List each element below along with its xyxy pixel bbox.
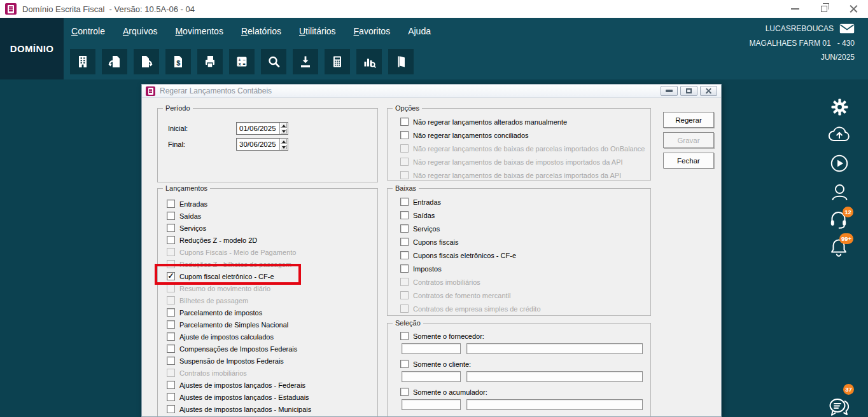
checkbox-row[interactable]: Ajustes de impostos lançados - Federais — [167, 379, 377, 391]
dialog-minimize-button[interactable] — [661, 86, 678, 96]
spin-up-button[interactable] — [280, 139, 288, 144]
menu-item[interactable]: Ajuda — [408, 26, 431, 36]
checkbox[interactable] — [167, 405, 175, 413]
chat-icon[interactable]: 37 — [827, 394, 851, 417]
checkbox-row[interactable]: Bilhetes de passagem — [167, 294, 377, 306]
checkbox[interactable] — [167, 369, 175, 377]
dialog-action-button[interactable]: Fechar — [663, 153, 714, 168]
checkbox-row[interactable]: Entradas — [400, 195, 650, 208]
checkbox[interactable] — [400, 238, 409, 246]
checkbox-row[interactable]: Cupom fiscal eletrônico - CF-e — [167, 270, 377, 282]
dialog-action-button[interactable]: Regerar — [663, 112, 714, 128]
code-input[interactable] — [402, 399, 461, 410]
checkbox-row[interactable]: Cupons fiscais — [400, 235, 650, 249]
checkbox-row[interactable]: Parcelamento de Simples Nacional — [167, 318, 377, 331]
checkbox-row[interactable]: Somente o cliente: — [400, 360, 650, 368]
checkbox-row[interactable]: Suspensão de Impostos Federais — [167, 355, 377, 367]
calculator-icon[interactable] — [325, 49, 350, 74]
checkbox[interactable] — [400, 198, 409, 206]
checkbox-row[interactable]: Somente o acumulador: — [400, 388, 650, 396]
checkbox[interactable] — [167, 296, 175, 304]
checkbox[interactable] — [167, 272, 175, 280]
checkbox[interactable] — [400, 332, 409, 340]
checkbox[interactable] — [400, 224, 409, 233]
close-button[interactable] — [839, 0, 868, 18]
play-icon[interactable] — [830, 154, 848, 175]
checkbox[interactable] — [400, 278, 409, 286]
exit-icon[interactable] — [388, 49, 414, 74]
checkbox-row[interactable]: Ajuste de impostos calculados — [167, 331, 377, 343]
checkbox[interactable] — [167, 320, 175, 329]
checkbox[interactable] — [400, 158, 409, 166]
menu-item[interactable]: Utilitários — [299, 26, 336, 36]
headset-icon[interactable]: 12 — [829, 210, 848, 232]
spin-up-button[interactable] — [280, 123, 288, 128]
checkbox[interactable] — [167, 248, 175, 256]
checkbox[interactable] — [167, 381, 175, 389]
menu-item[interactable]: Controle — [71, 26, 105, 36]
checkbox-row[interactable]: Serviços — [400, 222, 650, 235]
assistant-icon[interactable] — [830, 182, 850, 205]
checkbox[interactable] — [167, 224, 175, 232]
checkbox[interactable] — [400, 144, 409, 153]
checkbox[interactable] — [167, 345, 175, 353]
checkbox[interactable] — [167, 357, 175, 365]
checkbox-row[interactable]: Ajustes de impostos lançados - Estaduais — [167, 391, 377, 403]
checkbox-row[interactable]: Saídas — [167, 210, 377, 222]
spin-down-button[interactable] — [280, 128, 288, 134]
checkbox[interactable] — [167, 260, 175, 268]
checkbox[interactable] — [400, 118, 409, 126]
checkbox-row[interactable]: Compensações de Impostos Federais — [167, 343, 377, 355]
checkbox[interactable] — [167, 200, 175, 208]
checkbox-row[interactable]: Contratos de fomento mercantil — [400, 289, 650, 302]
notifications-bell-icon[interactable]: 99+ — [829, 238, 849, 260]
checkbox-row[interactable]: Cupons Fiscais - Meio de Pagamento — [167, 246, 377, 258]
dialog-action-button[interactable]: Gravar — [663, 132, 714, 148]
menu-item[interactable]: Arquivos — [123, 26, 157, 36]
checkbox[interactable] — [400, 388, 409, 396]
download-icon[interactable] — [293, 49, 318, 74]
checkbox[interactable] — [400, 291, 409, 299]
checkbox[interactable] — [400, 251, 409, 259]
cloud-upload-icon[interactable] — [828, 126, 851, 145]
checkbox[interactable] — [400, 131, 409, 139]
checkbox[interactable] — [167, 236, 175, 244]
dialog-close-button[interactable] — [700, 86, 717, 96]
menu-item[interactable]: Relatórios — [241, 26, 281, 36]
menu-item[interactable]: Favoritos — [354, 26, 391, 36]
date-inicial-input[interactable] — [237, 123, 279, 134]
report-analysis-icon[interactable] — [356, 49, 382, 74]
dialog-maximize-button[interactable] — [680, 86, 697, 96]
date-inicial-field[interactable] — [236, 122, 288, 135]
search-icon[interactable] — [261, 49, 286, 74]
checkbox-row[interactable]: Não regerar lançamentos de baixas de par… — [400, 142, 650, 155]
checkbox-row[interactable]: Impostos — [400, 262, 650, 275]
date-final-input[interactable] — [237, 139, 279, 150]
code-input[interactable] — [402, 371, 461, 382]
checkbox-row[interactable]: Reduções Z - bilhetes de passagem — [167, 258, 377, 270]
checkbox-row[interactable]: Ajustes de impostos lançados - Municipai… — [167, 403, 377, 415]
description-input[interactable] — [466, 343, 643, 354]
checkbox-row[interactable]: Não regerar lançamentos conciliados — [400, 128, 650, 142]
checkbox[interactable] — [400, 264, 409, 273]
checkbox[interactable] — [400, 360, 409, 368]
checkbox-row[interactable]: Cupons fiscais eletrônicos - CF-e — [400, 249, 650, 262]
checkbox-row[interactable]: Não regerar lançamentos alterados manual… — [400, 115, 650, 128]
description-input[interactable] — [466, 371, 643, 382]
checkbox-row[interactable]: Não regerar lançamentos de baixas de imp… — [400, 155, 650, 168]
checkbox[interactable] — [400, 211, 409, 219]
print-icon[interactable] — [197, 49, 223, 74]
description-input[interactable] — [466, 399, 643, 410]
checkbox-row[interactable]: Saídas — [400, 208, 650, 222]
checkbox[interactable] — [400, 171, 409, 179]
checkbox-row[interactable]: Serviços — [167, 222, 377, 234]
spin-down-button[interactable] — [280, 144, 288, 150]
checkbox[interactable] — [167, 332, 175, 341]
menu-item[interactable]: Movimentos — [175, 26, 223, 36]
restore-button[interactable] — [809, 0, 839, 18]
checkbox-row[interactable]: Não regerar lançamentos de baixas de par… — [400, 168, 650, 182]
dialog-titlebar[interactable]: Regerar Lançamentos Contábeis — [142, 85, 721, 98]
checkbox[interactable] — [167, 212, 175, 220]
checkbox[interactable] — [400, 304, 409, 313]
tax-operations-icon[interactable]: +−x= — [229, 49, 255, 74]
